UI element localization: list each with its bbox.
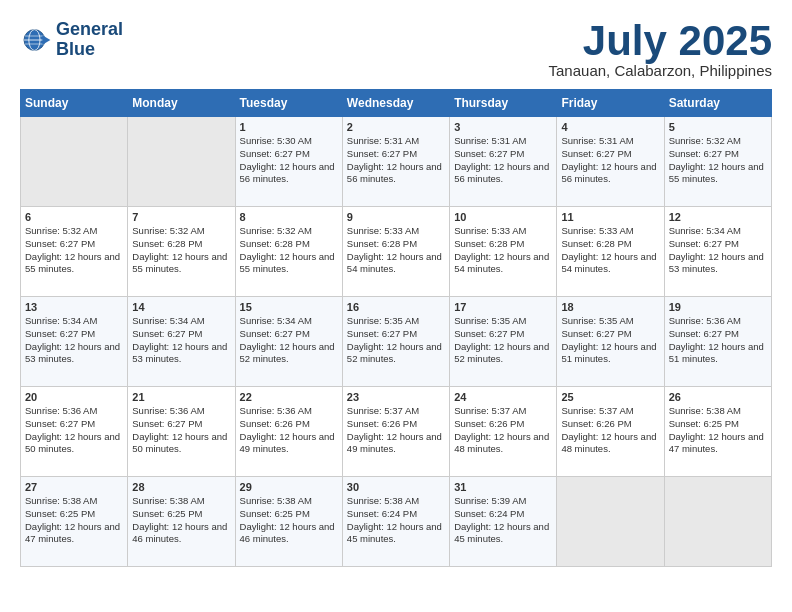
day-info: Sunset: 6:27 PM [132,328,230,341]
day-info: Sunrise: 5:31 AM [454,135,552,148]
header-tuesday: Tuesday [235,90,342,117]
calendar-cell: 23Sunrise: 5:37 AMSunset: 6:26 PMDayligh… [342,387,449,477]
day-number: 22 [240,391,338,403]
day-info: Daylight: 12 hours and 54 minutes. [454,251,552,277]
calendar-cell: 2Sunrise: 5:31 AMSunset: 6:27 PMDaylight… [342,117,449,207]
day-info: Sunrise: 5:38 AM [240,495,338,508]
day-info: Sunset: 6:27 PM [25,328,123,341]
day-number: 14 [132,301,230,313]
day-info: Sunset: 6:26 PM [561,418,659,431]
day-info: Sunrise: 5:34 AM [25,315,123,328]
day-number: 13 [25,301,123,313]
header-monday: Monday [128,90,235,117]
calendar-cell: 6Sunrise: 5:32 AMSunset: 6:27 PMDaylight… [21,207,128,297]
day-info: Sunrise: 5:38 AM [25,495,123,508]
day-info: Sunset: 6:27 PM [240,328,338,341]
day-info: Sunset: 6:27 PM [454,328,552,341]
day-info: Sunset: 6:28 PM [454,238,552,251]
calendar-cell: 27Sunrise: 5:38 AMSunset: 6:25 PMDayligh… [21,477,128,567]
day-number: 12 [669,211,767,223]
day-number: 29 [240,481,338,493]
header-wednesday: Wednesday [342,90,449,117]
day-info: Daylight: 12 hours and 54 minutes. [347,251,445,277]
calendar-cell: 24Sunrise: 5:37 AMSunset: 6:26 PMDayligh… [450,387,557,477]
day-info: Sunset: 6:27 PM [25,238,123,251]
calendar-cell [664,477,771,567]
day-info: Daylight: 12 hours and 56 minutes. [347,161,445,187]
day-info: Daylight: 12 hours and 49 minutes. [240,431,338,457]
calendar-cell: 25Sunrise: 5:37 AMSunset: 6:26 PMDayligh… [557,387,664,477]
svg-marker-6 [42,35,50,45]
day-info: Daylight: 12 hours and 52 minutes. [240,341,338,367]
day-info: Daylight: 12 hours and 50 minutes. [132,431,230,457]
day-info: Sunrise: 5:32 AM [240,225,338,238]
month-title: July 2025 [549,20,772,62]
calendar-cell: 8Sunrise: 5:32 AMSunset: 6:28 PMDaylight… [235,207,342,297]
day-info: Sunset: 6:28 PM [240,238,338,251]
calendar-cell: 5Sunrise: 5:32 AMSunset: 6:27 PMDaylight… [664,117,771,207]
day-info: Daylight: 12 hours and 56 minutes. [561,161,659,187]
day-number: 23 [347,391,445,403]
calendar-cell: 15Sunrise: 5:34 AMSunset: 6:27 PMDayligh… [235,297,342,387]
day-info: Sunrise: 5:31 AM [561,135,659,148]
day-info: Sunrise: 5:32 AM [25,225,123,238]
day-number: 10 [454,211,552,223]
calendar-cell: 21Sunrise: 5:36 AMSunset: 6:27 PMDayligh… [128,387,235,477]
calendar-cell: 3Sunrise: 5:31 AMSunset: 6:27 PMDaylight… [450,117,557,207]
calendar-cell [21,117,128,207]
calendar-cell: 17Sunrise: 5:35 AMSunset: 6:27 PMDayligh… [450,297,557,387]
day-info: Daylight: 12 hours and 53 minutes. [132,341,230,367]
day-info: Sunset: 6:27 PM [561,328,659,341]
day-info: Daylight: 12 hours and 55 minutes. [240,251,338,277]
day-info: Sunrise: 5:32 AM [132,225,230,238]
day-info: Sunrise: 5:32 AM [669,135,767,148]
day-info: Sunset: 6:27 PM [240,148,338,161]
day-info: Sunset: 6:27 PM [669,238,767,251]
title-block: July 2025 Tanauan, Calabarzon, Philippin… [549,20,772,79]
calendar-cell [128,117,235,207]
day-info: Sunset: 6:24 PM [454,508,552,521]
day-info: Sunset: 6:26 PM [347,418,445,431]
day-number: 1 [240,121,338,133]
day-info: Daylight: 12 hours and 47 minutes. [25,521,123,547]
day-info: Sunset: 6:27 PM [561,148,659,161]
day-info: Sunset: 6:26 PM [240,418,338,431]
calendar-cell: 13Sunrise: 5:34 AMSunset: 6:27 PMDayligh… [21,297,128,387]
day-info: Sunrise: 5:36 AM [132,405,230,418]
day-info: Sunset: 6:25 PM [669,418,767,431]
logo-icon [20,24,52,56]
day-info: Daylight: 12 hours and 46 minutes. [132,521,230,547]
day-info: Daylight: 12 hours and 45 minutes. [454,521,552,547]
header-thursday: Thursday [450,90,557,117]
calendar-cell: 10Sunrise: 5:33 AMSunset: 6:28 PMDayligh… [450,207,557,297]
day-number: 30 [347,481,445,493]
day-info: Daylight: 12 hours and 50 minutes. [25,431,123,457]
day-info: Sunset: 6:26 PM [454,418,552,431]
day-info: Sunset: 6:27 PM [347,328,445,341]
day-info: Daylight: 12 hours and 52 minutes. [454,341,552,367]
calendar-week-5: 27Sunrise: 5:38 AMSunset: 6:25 PMDayligh… [21,477,772,567]
day-number: 26 [669,391,767,403]
day-number: 7 [132,211,230,223]
day-number: 25 [561,391,659,403]
calendar-cell: 30Sunrise: 5:38 AMSunset: 6:24 PMDayligh… [342,477,449,567]
calendar-cell: 29Sunrise: 5:38 AMSunset: 6:25 PMDayligh… [235,477,342,567]
day-info: Daylight: 12 hours and 47 minutes. [669,431,767,457]
header-saturday: Saturday [664,90,771,117]
day-info: Sunrise: 5:38 AM [347,495,445,508]
calendar-cell: 4Sunrise: 5:31 AMSunset: 6:27 PMDaylight… [557,117,664,207]
day-info: Daylight: 12 hours and 45 minutes. [347,521,445,547]
calendar-cell: 16Sunrise: 5:35 AMSunset: 6:27 PMDayligh… [342,297,449,387]
calendar-week-2: 6Sunrise: 5:32 AMSunset: 6:27 PMDaylight… [21,207,772,297]
calendar-cell: 18Sunrise: 5:35 AMSunset: 6:27 PMDayligh… [557,297,664,387]
day-info: Daylight: 12 hours and 46 minutes. [240,521,338,547]
day-number: 27 [25,481,123,493]
day-info: Sunrise: 5:33 AM [561,225,659,238]
day-info: Sunset: 6:25 PM [25,508,123,521]
day-number: 31 [454,481,552,493]
day-info: Daylight: 12 hours and 48 minutes. [454,431,552,457]
day-info: Sunset: 6:28 PM [561,238,659,251]
calendar-header-row: SundayMondayTuesdayWednesdayThursdayFrid… [21,90,772,117]
calendar-cell: 31Sunrise: 5:39 AMSunset: 6:24 PMDayligh… [450,477,557,567]
calendar-cell: 1Sunrise: 5:30 AMSunset: 6:27 PMDaylight… [235,117,342,207]
